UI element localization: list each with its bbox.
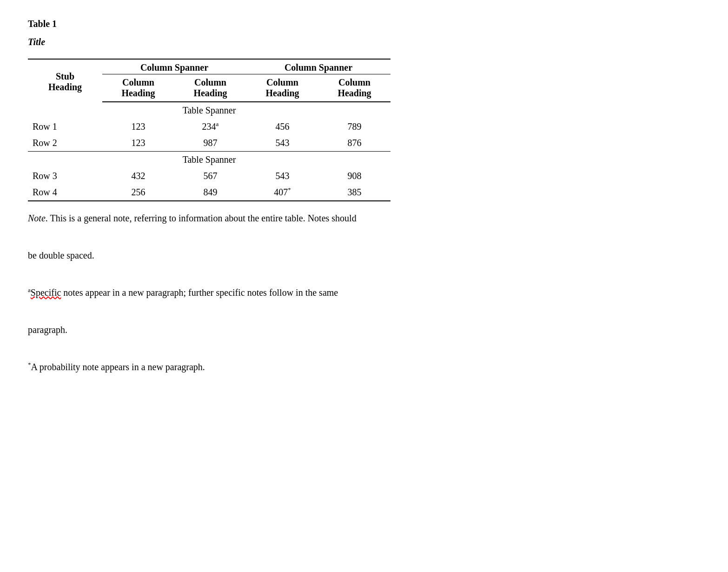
- cell-2-1: 123: [102, 135, 174, 152]
- cell-1-3: 456: [246, 119, 318, 135]
- table-title: Title: [28, 37, 700, 47]
- table-spanner-row-2: Table Spanner: [28, 152, 390, 168]
- row-stub-1: Row 1: [28, 119, 102, 135]
- cell-2-2: 987: [174, 135, 246, 152]
- table-row: Row 1 123 234a 456 789: [28, 119, 390, 135]
- specific-note: aSpecific notes appear in a new paragrap…: [28, 283, 700, 302]
- row-stub-4: Row 4: [28, 184, 102, 201]
- col-spanner-1: Column Spanner: [102, 59, 246, 74]
- specific-note-cont2: paragraph.: [28, 320, 700, 339]
- cell-1-1: 123: [102, 119, 174, 135]
- cell-3-2: 567: [174, 168, 246, 184]
- general-note: Note. This is a general note, referring …: [28, 209, 700, 227]
- table-label: Table 1: [28, 19, 700, 29]
- note-label: Note: [28, 213, 46, 223]
- cell-1-4: 789: [318, 119, 390, 135]
- cell-3-1: 432: [102, 168, 174, 184]
- cell-4-4: 385: [318, 184, 390, 201]
- spacer-1: [28, 265, 700, 283]
- spacer-2: [28, 339, 700, 358]
- cell-3-4: 908: [318, 168, 390, 184]
- cell-1-2: 234a: [174, 119, 246, 135]
- col-spanner-2: Column Spanner: [246, 59, 390, 74]
- general-note-cont: [28, 227, 700, 246]
- table-spanner-2: Table Spanner: [28, 152, 390, 168]
- notes-section: Note. This is a general note, referring …: [28, 209, 700, 376]
- main-table: StubHeading Column Spanner Column Spanne…: [28, 59, 390, 201]
- row-stub-2: Row 2: [28, 135, 102, 152]
- specific-note-text: notes appear in a new paragraph; further…: [61, 287, 338, 298]
- table-spanner-1: Table Spanner: [28, 102, 390, 119]
- col-heading-1: ColumnHeading: [102, 74, 174, 102]
- cell-2-3: 543: [246, 135, 318, 152]
- specific-note-cont: [28, 302, 700, 320]
- stub-heading: StubHeading: [28, 59, 102, 102]
- cell-4-3: 407*: [246, 184, 318, 201]
- col-spanner-row: StubHeading Column Spanner Column Spanne…: [28, 59, 390, 74]
- cell-4-1: 256: [102, 184, 174, 201]
- probability-note: *A probability note appears in a new par…: [28, 358, 700, 376]
- general-note-cont2: be double spaced.: [28, 246, 700, 265]
- col-heading-4: ColumnHeading: [318, 74, 390, 102]
- probability-note-text: A probability note appears in a new para…: [31, 362, 205, 372]
- superscript-asterisk: *: [288, 186, 291, 193]
- table-spanner-row-1: Table Spanner: [28, 102, 390, 119]
- superscript-a: a: [216, 120, 219, 127]
- table-row: Row 3 432 567 543 908: [28, 168, 390, 184]
- col-heading-2: ColumnHeading: [174, 74, 246, 102]
- cell-2-4: 876: [318, 135, 390, 152]
- specific-note-word: Specific: [31, 287, 61, 298]
- col-heading-3: ColumnHeading: [246, 74, 318, 102]
- table-row: Row 2 123 987 543 876: [28, 135, 390, 152]
- cell-4-2: 849: [174, 184, 246, 201]
- note-text: . This is a general note, referring to i…: [46, 213, 357, 223]
- row-stub-3: Row 3: [28, 168, 102, 184]
- cell-3-3: 543: [246, 168, 318, 184]
- table-row: Row 4 256 849 407* 385: [28, 184, 390, 201]
